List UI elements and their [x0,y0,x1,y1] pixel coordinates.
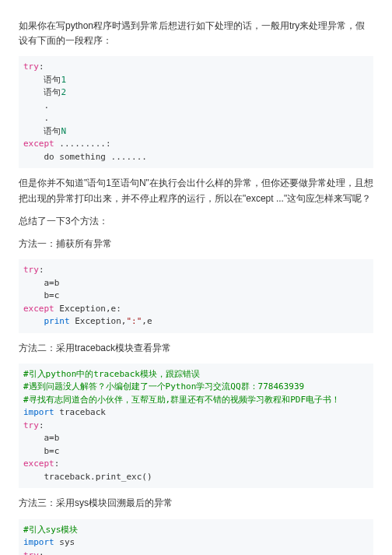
keyword-try: try [23,61,39,72]
comment: #寻找有志同道合的小伙伴，互帮互助,群里还有不错的视频学习教程和PDF电子书！ [23,395,340,405]
code-text: Exception, [70,316,127,326]
code-block-1: try: 语句1 语句2 . . 语句N except .........: d… [19,56,373,168]
paragraph-summary: 总结了一下3个方法： [19,214,373,229]
code-block-3: #引入python中的traceback模块，跟踪错误 #遇到问题没人解答？小编… [19,364,373,489]
code-text: 语句 [23,87,61,97]
string: ":" [126,316,142,326]
keyword-except: except [23,458,54,469]
code-text: Exception,e: [54,304,121,314]
paragraph-intro: 如果你在写python程序时遇到异常后想进行如下处理的话，一般用try来处理异常… [19,19,373,48]
comment: #引入python中的traceback模块，跟踪错误 [23,369,200,379]
heading-method-1: 方法一：捕获所有异常 [19,237,373,251]
keyword-print: print [44,316,70,326]
number: 1 [61,75,67,85]
keyword-import: import [23,407,54,417]
heading-method-3: 方法三：采用sys模块回溯最后的异常 [19,496,373,511]
code-text: traceback [54,407,106,417]
identifier: N [61,126,67,136]
colon: : [39,550,44,556]
code-text: . [23,100,49,111]
keyword-try: try [23,550,39,556]
heading-method-2: 方法二：采用traceback模块查看异常 [19,341,373,356]
comment: #引入sys模块 [23,525,79,535]
code-block-2: try: a=b b=c except Exception,e: print E… [19,259,373,333]
colon: : [39,420,44,430]
code-text: ,e [142,316,152,326]
code-text: sys [54,537,75,547]
code-text: a=b [23,433,59,443]
code-block-4: #引入sys模块 import sys try: a=b b=c except:… [19,519,373,556]
code-text: 语句 [23,126,61,136]
number: 2 [61,87,67,97]
colon: : [54,458,60,469]
code-text: b=c [23,290,59,300]
code-text: do something ....... [23,152,147,162]
paragraph-question: 但是你并不知道"语句1至语句N"在执行会出什么样的异常，但你还要做异常处理，且想… [19,176,373,205]
code-text: b=c [23,446,59,456]
keyword-try: try [23,265,39,275]
code-text: a=b [23,278,59,288]
code-text: . [23,113,49,123]
code-text: .........: [54,139,111,149]
code-text: traceback.print_exc() [23,472,152,482]
keyword-import: import [23,537,54,547]
keyword-except: except [23,304,54,314]
colon: : [39,61,44,72]
comment: #遇到问题没人解答？小编创建了一个Python学习交流QQ群：778463939 [23,381,304,392]
colon: : [39,265,44,275]
code-text: 语句 [23,75,61,85]
indent [23,316,44,326]
keyword-try: try [23,420,39,430]
keyword-except: except [23,139,54,149]
